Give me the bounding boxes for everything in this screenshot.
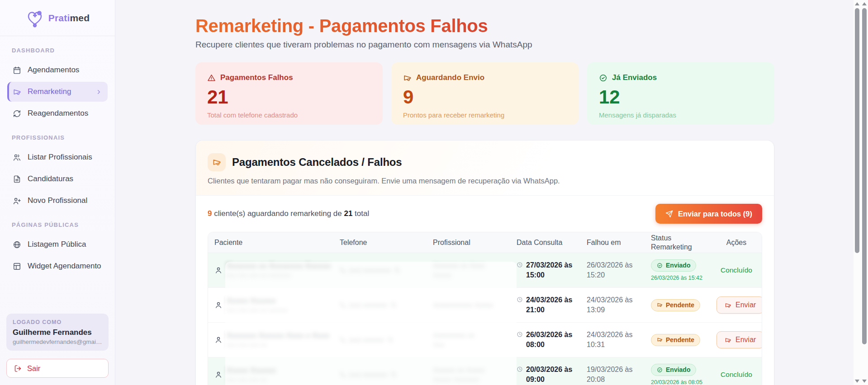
- sidebar-item-label: Widget Agendamento: [28, 262, 101, 271]
- user-email: guilhermedevfernandes@gmail....: [13, 338, 102, 345]
- sidebar-item-listagem-publica[interactable]: Listagem Pública: [7, 235, 108, 254]
- clock-icon: [517, 296, 523, 315]
- total-count: 21: [344, 209, 352, 218]
- clock-icon: [517, 331, 523, 349]
- brand-heart-icon: [25, 9, 44, 28]
- consult-date: 24/03/2026 às 21:00: [526, 295, 572, 315]
- sidebar-item-widget-agendamento[interactable]: Widget Agendamento: [7, 256, 108, 276]
- sidebar: Pratimed DASHBOARD Agendamentos Remarket…: [0, 0, 115, 385]
- logout-button[interactable]: Sair: [6, 359, 109, 378]
- document-icon: [13, 175, 21, 183]
- sidebar-item-candidaturas[interactable]: Candidaturas: [7, 169, 108, 189]
- outer-scrollbar[interactable]: [861, 0, 868, 385]
- megaphone-icon: [208, 153, 226, 171]
- clock-icon: [517, 262, 523, 280]
- consult-date: 26/03/2026 às 08:00: [526, 330, 572, 349]
- stat-label: Pagamentos Falhos: [220, 73, 293, 82]
- page-title: Remarketing - Pagamentos Falhos: [195, 15, 488, 36]
- status-badge-enviado: Enviado: [651, 259, 696, 272]
- panel-subtitle: Clientes que tentaram pagar mas não cons…: [208, 177, 762, 185]
- sidebar-item-label: Novo Profissional: [28, 196, 87, 205]
- sidebar-item-novo-profissional[interactable]: Novo Profissional: [7, 191, 108, 211]
- col-telefone: Telefone: [334, 238, 427, 247]
- logout-label: Sair: [27, 364, 40, 373]
- inner-scrollbar[interactable]: [853, 0, 861, 385]
- main-content: Remarketing - Pagamentos Falhos Recupere…: [115, 0, 868, 385]
- section-title-dashboard: DASHBOARD: [12, 47, 103, 54]
- sidebar-item-agendamentos[interactable]: Agendamentos: [7, 60, 108, 80]
- sidebar-item-reagendamentos[interactable]: Reagendamentos: [7, 103, 108, 123]
- phone-redacted: (xx) xxxxxxx: [340, 301, 422, 309]
- phone-redacted: (xx) xxxxxxxx: [340, 266, 422, 274]
- clock-icon: [517, 366, 523, 384]
- send-to-all-button[interactable]: Enviar para todos (9): [655, 204, 762, 224]
- table-row: Xxxxx Xxxxxx xxx.xxx.xxx-xx xxxxxx (xx) …: [208, 288, 762, 323]
- table-row: Xxxxx Xxxxxx xxx.xxx.xxx-xx (xx) xxxxxxx: [208, 357, 762, 385]
- professional-redacted: Xxxxxxx xx Xxxx Xxxxx: [433, 262, 506, 279]
- sidebar-item-remarketing[interactable]: Remarketing: [7, 82, 108, 102]
- megaphone-icon: [13, 88, 21, 96]
- scroll-up-arrow[interactable]: [855, 2, 859, 5]
- professional-redacted: Xxxxxxxxxxx Xxxxx: [433, 301, 506, 309]
- person-icon: [214, 371, 223, 379]
- sidebar-item-label: Listagem Pública: [28, 240, 86, 249]
- scroll-up-arrow[interactable]: [862, 2, 867, 5]
- widget-layout-icon: [13, 262, 21, 271]
- person-icon: [214, 266, 223, 274]
- alert-triangle-icon: [207, 74, 216, 82]
- col-falhou-em: Falhou em: [581, 238, 645, 247]
- phone-redacted: (xx) xxxxxx: [340, 336, 422, 344]
- table-header-row: Paciente Telefone Profissional Data Cons…: [208, 232, 762, 253]
- stat-card-aguardando-envio: Aguardando Envio 9 Prontos para receber …: [391, 62, 579, 125]
- section-title-profissionais: PROFISSIONAIS: [12, 134, 103, 141]
- sidebar-item-label: Candidaturas: [28, 174, 73, 183]
- professional-redacted: Xxxxxxxxx xx Xxx: [433, 331, 506, 349]
- failed-date: 26/03/2026 às 15:20: [587, 260, 640, 280]
- stat-value: 12: [599, 88, 763, 107]
- stat-value: 21: [207, 88, 371, 107]
- logged-in-card: LOGADO COMO Guilherme Fernandes guilherm…: [6, 314, 109, 351]
- outer-scrollbar-thumb[interactable]: [862, 8, 867, 344]
- refresh-icon: [13, 109, 21, 118]
- status-badge-enviado: Enviado: [651, 364, 696, 376]
- failed-date: 19/03/2026 às 20:08: [587, 365, 640, 384]
- col-acoes: Ações: [711, 238, 762, 247]
- professional-redacted: Xxxxxx xx Xxxxx Xxxxx Xxxxxxx: [433, 366, 506, 384]
- section-title-paginas-publicas: PÁGINAS PÚBLICAS: [12, 221, 103, 228]
- col-paciente: Paciente: [208, 238, 334, 247]
- col-data-consulta: Data Consulta: [511, 238, 581, 247]
- patient-name-redacted: Xxxxxxx xx Xxxxxxxx Xxxxxx xxx.xxx.xxx-x…: [227, 262, 331, 279]
- stat-caption: Total com telefone cadastrado: [207, 111, 371, 119]
- sidebar-footer: LOGADO COMO Guilherme Fernandes guilherm…: [0, 314, 115, 385]
- phone-redacted: (xx) xxxxxxx: [340, 371, 422, 379]
- consult-date: 20/03/2026 às 09:00: [526, 365, 572, 384]
- calendar-icon: [13, 66, 21, 75]
- stats-row: Pagamentos Falhos 21 Total com telefone …: [195, 62, 774, 125]
- sidebar-item-label: Reagendamentos: [28, 109, 88, 118]
- chevron-right-icon: [95, 89, 102, 95]
- check-circle-icon: [599, 74, 607, 82]
- logo[interactable]: Pratimed: [0, 0, 115, 36]
- status-sent-date: 20/03/2026 às 08:05: [651, 379, 706, 385]
- status-badge-pendente: Pendente: [651, 299, 700, 311]
- stat-label: Aguardando Envio: [416, 73, 484, 82]
- table-row: Xxxxxxx xx Xxxxxxxx Xxxxxx xxx.xxx.xxx-x…: [208, 253, 762, 288]
- failed-payments-panel: Pagamentos Cancelados / Falhos Clientes …: [195, 140, 774, 385]
- col-status-remarketing: Status Remarketing: [645, 234, 711, 251]
- scroll-down-arrow[interactable]: [855, 380, 859, 383]
- scroll-down-arrow[interactable]: [862, 380, 867, 383]
- logged-as-label: LOGADO COMO: [13, 319, 102, 325]
- send-button[interactable]: Enviar: [716, 331, 762, 348]
- stat-caption: Mensagens já disparadas: [599, 111, 763, 119]
- sidebar-item-listar-profissionais[interactable]: Listar Profissionais: [7, 147, 108, 167]
- stat-card-pagamentos-falhos: Pagamentos Falhos 21 Total com telefone …: [195, 62, 383, 125]
- sidebar-item-label: Listar Profissionais: [28, 153, 92, 162]
- table-row: Xxxxxxx Xxxxxx Xxxx x Xxxx xxx.xxx.xxx-x…: [208, 323, 762, 357]
- sidebar-item-label: Agendamentos: [28, 66, 79, 75]
- send-icon: [665, 210, 673, 218]
- inner-scrollbar-thumb[interactable]: [855, 8, 859, 253]
- stat-caption: Prontos para receber remarketing: [403, 111, 567, 119]
- send-button-label: Enviar: [735, 301, 756, 309]
- send-button[interactable]: Enviar: [716, 296, 762, 314]
- person-icon: [214, 336, 223, 344]
